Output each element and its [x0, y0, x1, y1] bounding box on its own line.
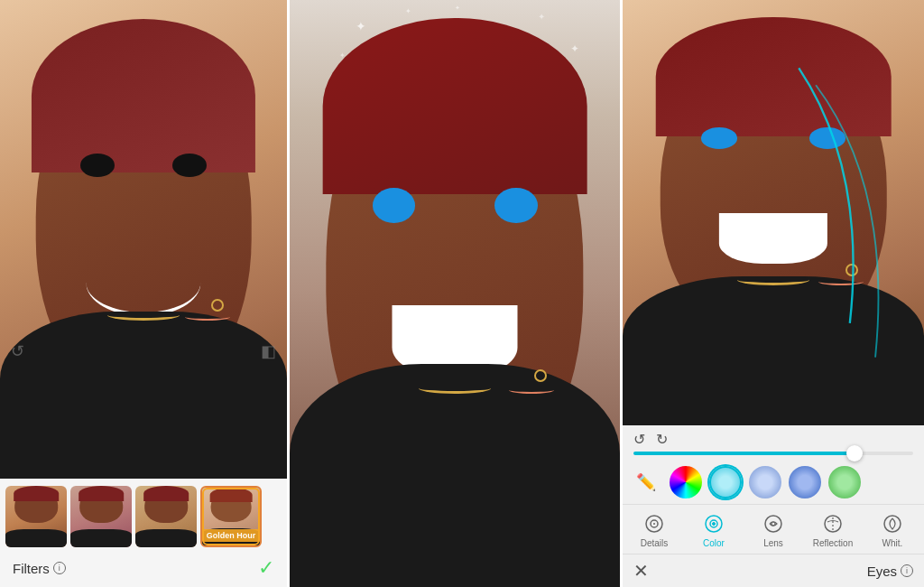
filters-checkmark[interactable]: ✓: [258, 556, 274, 580]
color-green-option[interactable]: [828, 466, 861, 498]
filters-text: Filters: [13, 561, 50, 576]
photo-area-2: ✦ ✦ ✦ ✦ ✦ ✦ ✦ ✦: [290, 0, 620, 587]
color-slider-track[interactable]: [633, 452, 913, 455]
eyes-info-badge[interactable]: i: [901, 564, 913, 577]
filter-thumb-2[interactable]: [70, 486, 132, 547]
panel-filters: ↺ ◧: [0, 0, 287, 587]
photo-area-1: ↺ ◧: [0, 0, 287, 479]
tab-lens[interactable]: Lens: [744, 510, 803, 550]
filter-thumb-3[interactable]: [135, 486, 197, 547]
color-cyan-option[interactable]: [709, 466, 742, 498]
eyes-label: Eyes i: [867, 564, 913, 579]
photo-area-3: [623, 0, 924, 425]
nav-tabs: Details Color: [623, 504, 924, 554]
color-blue-light-option[interactable]: [749, 466, 781, 498]
edit-toolbar: ↺ ↻ ✏️: [623, 425, 924, 587]
filter-label-golden-hour: Golden Hour: [202, 529, 261, 542]
details-icon: [642, 512, 666, 536]
filters-bottom-row: Filters i ✓: [5, 553, 282, 583]
svg-point-2: [653, 523, 655, 525]
slider-row: [623, 450, 924, 461]
tab-whites[interactable]: Whit.: [863, 510, 922, 550]
filter-thumb-1[interactable]: [5, 486, 67, 547]
panel-preview: ✦ ✦ ✦ ✦ ✦ ✦ ✦ ✦: [290, 0, 620, 587]
color-options-row: ✏️: [623, 461, 924, 504]
filters-label: Filters i: [13, 561, 66, 576]
tab-lens-label: Lens: [763, 538, 783, 548]
svg-point-6: [765, 516, 781, 532]
filters-info-badge[interactable]: i: [53, 562, 66, 574]
lens-icon: [762, 512, 785, 536]
filters-toolbar: Golden Hour Filters i ✓: [0, 479, 287, 587]
close-button[interactable]: ✕: [633, 560, 649, 582]
color-tab-icon: [702, 512, 725, 536]
tab-reflection-label: Reflection: [813, 538, 853, 548]
color-slider-thumb[interactable]: [846, 445, 863, 461]
action-row: ✕ Eyes i: [623, 554, 924, 587]
photo-panel-2: ✦ ✦ ✦ ✦ ✦ ✦ ✦ ✦: [290, 0, 620, 587]
redo-button[interactable]: ↻: [656, 431, 668, 448]
tab-details-label: Details: [641, 538, 669, 548]
pencil-icon: ✏️: [636, 472, 656, 492]
whites-icon: [881, 512, 904, 536]
undo-icon[interactable]: ↺: [11, 341, 24, 361]
photo-panel-1: [0, 0, 287, 479]
svg-point-5: [712, 523, 715, 526]
filter-thumb-4-golden-hour[interactable]: Golden Hour: [200, 486, 262, 547]
split-icon[interactable]: ◧: [261, 341, 276, 361]
reflection-icon: [821, 512, 845, 536]
undo-redo-row: ↺ ↻: [623, 425, 924, 450]
color-blue-option[interactable]: [789, 466, 821, 498]
panel-edit: ↺ ↻ ✏️: [623, 0, 924, 587]
svg-point-7: [772, 522, 775, 526]
undo-button[interactable]: ↺: [633, 431, 645, 448]
color-rainbow-option[interactable]: [670, 466, 702, 498]
filter-thumbnails-list: Golden Hour: [5, 486, 282, 547]
tab-whites-label: Whit.: [882, 538, 903, 548]
pencil-tool[interactable]: ✏️: [630, 466, 662, 498]
photo-panel-3: [623, 0, 924, 425]
tab-color-label: Color: [703, 538, 725, 548]
eyes-text: Eyes: [867, 564, 897, 579]
tab-reflection[interactable]: Reflection: [803, 510, 863, 550]
tab-color[interactable]: Color: [684, 510, 744, 550]
tab-details[interactable]: Details: [624, 510, 684, 550]
